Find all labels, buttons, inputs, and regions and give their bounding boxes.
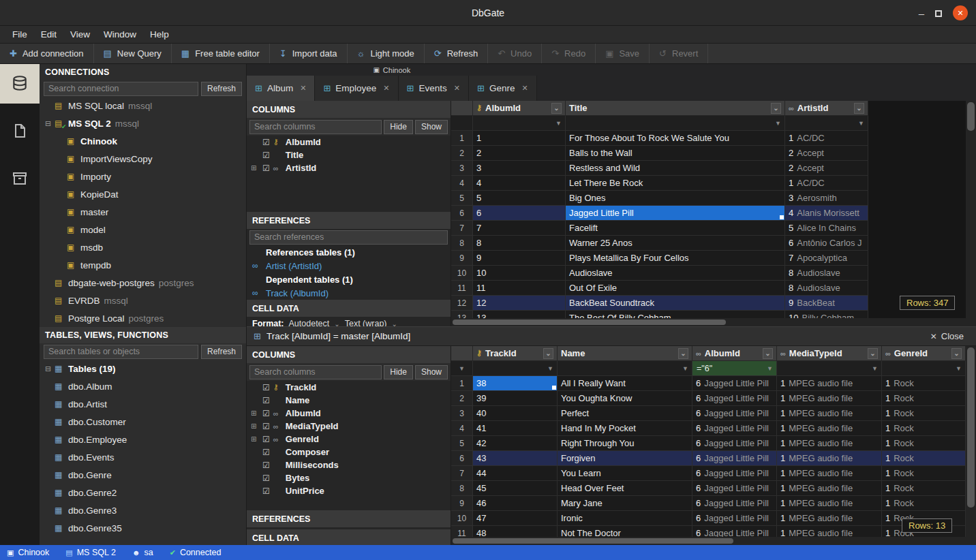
reference-text[interactable]: Dependent tables (1): [266, 275, 353, 285]
checkbox-icon[interactable]: ☑: [262, 164, 270, 173]
object-tree-item[interactable]: ▦ dbo.Album: [40, 377, 246, 395]
connection-tree-item[interactable]: ▣ Importy: [40, 168, 246, 185]
filter-input[interactable]: [778, 364, 870, 373]
scrollbar-thumb[interactable]: [967, 102, 975, 131]
redo-button[interactable]: ↷ Redo: [542, 44, 596, 63]
column-list-item[interactable]: ⊞ ☑ ∞ AlbumId: [247, 407, 451, 420]
import-data-button[interactable]: ↧ Import data: [270, 44, 348, 63]
reference-item[interactable]: Dependent tables (1): [247, 273, 451, 286]
column-list-item[interactable]: ☑ Milliseconds: [247, 458, 451, 471]
cell-genreid[interactable]: 1Rock: [882, 451, 966, 466]
expand-icon[interactable]: ⊟: [45, 119, 55, 128]
row-number[interactable]: 6: [451, 451, 473, 466]
detail-close-button[interactable]: ✕ Close: [930, 331, 969, 341]
column-menu-chevron[interactable]: ⌄: [543, 348, 553, 359]
row-number[interactable]: 3: [451, 161, 473, 176]
row-number[interactable]: 4: [451, 421, 473, 436]
rail-connections-button[interactable]: [0, 64, 40, 104]
checkbox-icon[interactable]: ☑: [262, 138, 270, 147]
row-number[interactable]: 1: [451, 376, 473, 391]
column-list-item[interactable]: ⊞ ☑ ∞ MediaTypeId: [247, 420, 451, 433]
references-search-input[interactable]: [249, 230, 448, 245]
row-number[interactable]: 8: [451, 236, 473, 251]
connection-tree-item[interactable]: ▤ Postgre Local postgres: [40, 309, 246, 327]
columns-search-input[interactable]: [249, 365, 382, 379]
row-number[interactable]: 2: [451, 391, 473, 406]
column-header-genreid[interactable]: ∞ GenreId ⌄: [882, 346, 966, 361]
cell-mediatypeid[interactable]: 1MPEG audio file: [777, 451, 882, 466]
cell-albumid[interactable]: 2: [473, 146, 566, 161]
cell-albumid[interactable]: 6Jagged Little Pill: [692, 376, 777, 391]
row-number[interactable]: 5: [451, 191, 473, 206]
status-connected[interactable]: ✔ Connected: [170, 548, 222, 557]
column-menu-chevron[interactable]: ⌄: [551, 103, 562, 114]
cell-title[interactable]: Plays Metallica By Four Cellos: [566, 251, 785, 266]
object-tree-item[interactable]: ▦ dbo.Genre35: [40, 519, 246, 537]
table-row[interactable]: 3 40 Perfect 6Jagged Little Pill 1MPEG a…: [451, 406, 966, 421]
cell-title[interactable]: Let There Be Rock: [566, 176, 785, 191]
menu-edit[interactable]: Edit: [34, 27, 63, 42]
cell-albumid[interactable]: 3: [473, 161, 566, 176]
cell-artistid[interactable]: 4Alanis Morissett: [785, 206, 868, 221]
tab-close-icon[interactable]: ✕: [383, 84, 389, 93]
tab-events[interactable]: ⊞ Events ✕: [399, 76, 469, 102]
cell-artistid[interactable]: 8Audioslave: [785, 281, 868, 296]
tab-album[interactable]: ⊞ Album ✕: [247, 76, 315, 102]
cell-albumid[interactable]: 5: [473, 191, 566, 206]
format-select[interactable]: Autodetect: [289, 319, 330, 326]
menu-view[interactable]: View: [63, 27, 97, 42]
row-number[interactable]: 7: [451, 221, 473, 236]
filter-input[interactable]: [474, 119, 553, 128]
funnel-icon[interactable]: ▼: [856, 120, 866, 127]
connection-tree-item[interactable]: ▤ dbgate-web-postgres postgres: [40, 274, 246, 292]
cell-genreid[interactable]: 1Rock: [882, 496, 966, 511]
table-row[interactable]: 4 4 Let There Be Rock 1AC/DC: [451, 176, 966, 191]
cell-name[interactable]: Forgiven: [558, 451, 692, 466]
add-connection-button[interactable]: ✚ Add connection: [0, 44, 94, 63]
tab-close-icon[interactable]: ✕: [521, 84, 528, 93]
cell-artistid[interactable]: 2Accept: [785, 161, 868, 176]
cell-mediatypeid[interactable]: 1MPEG audio file: [777, 466, 882, 481]
tab-close-icon[interactable]: ✕: [454, 84, 460, 93]
show-button[interactable]: Show: [415, 365, 448, 379]
column-list-item[interactable]: ☑ Composer: [247, 446, 451, 458]
cell-mediatypeid[interactable]: 1MPEG audio file: [777, 481, 882, 496]
cell-name[interactable]: Ironic: [558, 511, 692, 526]
funnel-icon[interactable]: ▼: [457, 365, 467, 372]
horizontal-scrollbar[interactable]: [451, 537, 966, 545]
table-row[interactable]: 7 44 You Learn 6Jagged Little Pill 1MPEG…: [451, 466, 966, 481]
vertical-scrollbar[interactable]: [966, 101, 976, 326]
table-row[interactable]: 1 1 For Those About To Rock We Salute Yo…: [451, 131, 966, 146]
cell-genreid[interactable]: 1Rock: [882, 466, 966, 481]
filter-albumid-active[interactable]: ="6"▼: [692, 361, 777, 376]
grid-corner[interactable]: [451, 346, 473, 361]
tab-employee[interactable]: ⊞ Employee ✕: [315, 76, 398, 102]
funnel-icon[interactable]: ▼: [680, 365, 690, 372]
cell-title[interactable]: Warner 25 Anos: [566, 236, 785, 251]
grid-corner[interactable]: [451, 101, 473, 116]
status-database[interactable]: ▣ Chinook: [7, 548, 49, 557]
reference-text[interactable]: References tables (1): [266, 247, 355, 258]
cell-mediatypeid[interactable]: 1MPEG audio file: [777, 511, 882, 526]
reference-item[interactable]: ∞ Track (AlbumId): [247, 286, 451, 300]
table-row[interactable]: 10 10 Audioslave 8Audioslave: [451, 266, 966, 281]
status-user[interactable]: ☻ sa: [132, 548, 153, 557]
cell-trackid[interactable]: 42: [473, 436, 558, 451]
cell-name[interactable]: Mary Jane: [558, 496, 692, 511]
checkbox-icon[interactable]: ☑: [262, 422, 270, 431]
row-number[interactable]: 2: [451, 146, 473, 161]
cell-genreid[interactable]: 1Rock: [882, 391, 966, 406]
column-header-trackid[interactable]: ⚷ TrackId ⌄: [473, 346, 558, 361]
cell-artistid[interactable]: 7Apocalyptica: [785, 251, 868, 266]
cell-name[interactable]: Right Through You: [558, 436, 692, 451]
cell-albumid[interactable]: 10: [473, 266, 566, 281]
row-number[interactable]: 8: [451, 481, 473, 496]
cell-name[interactable]: All I Really Want: [558, 376, 692, 391]
connection-tree-item[interactable]: ▣ tempdb: [40, 256, 246, 274]
column-list-item[interactable]: ☑ Bytes: [247, 471, 451, 484]
cell-title[interactable]: Out Of Exile: [566, 281, 785, 296]
column-menu-chevron[interactable]: ⌄: [951, 348, 962, 359]
checkbox-icon[interactable]: ☑: [262, 396, 270, 405]
cell-albumid[interactable]: 6Jagged Little Pill: [692, 481, 777, 496]
cell-albumid[interactable]: 6Jagged Little Pill: [692, 391, 777, 406]
